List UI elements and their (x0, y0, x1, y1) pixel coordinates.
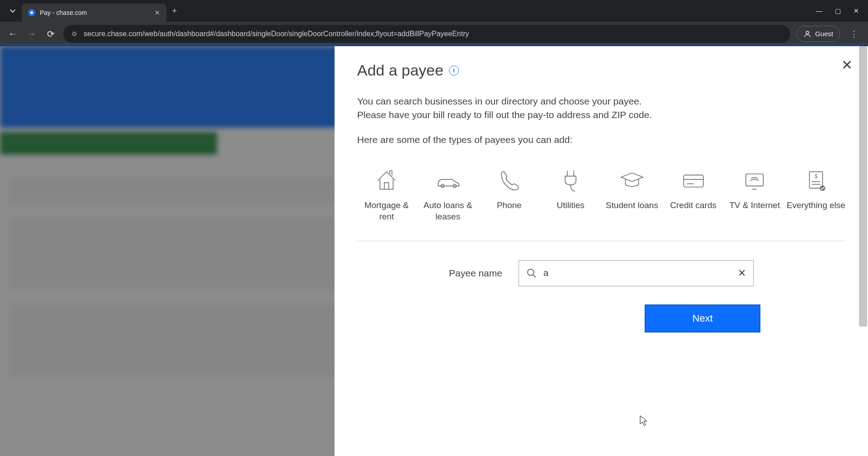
tab-search-button[interactable] (4, 4, 22, 18)
flyout-scrollbar[interactable] (859, 46, 867, 456)
payee-type-label: Credit cards (670, 200, 716, 211)
payee-type-auto[interactable]: Auto loans & leases (419, 167, 477, 222)
close-flyout-button[interactable]: ✕ (841, 57, 853, 73)
window-controls: — ▢ ✕ (816, 7, 864, 14)
minimize-button[interactable]: — (816, 7, 822, 14)
payee-types-row: Mortgage & rent Auto loans & leases Phon… (357, 167, 845, 241)
forward-button[interactable]: → (25, 28, 38, 39)
payee-type-other[interactable]: $ Everything else (787, 167, 845, 222)
payee-search-box: ✕ (519, 260, 754, 286)
svg-text:$: $ (815, 173, 818, 180)
payee-type-tv[interactable]: TV & Internet (725, 167, 784, 222)
svg-point-0 (806, 31, 809, 34)
payee-type-utilities[interactable]: Utilities (541, 167, 600, 222)
svg-line-14 (533, 275, 536, 277)
search-icon (526, 268, 537, 279)
browser-menu-button[interactable]: ⋮ (846, 29, 862, 39)
payee-type-mortgage[interactable]: Mortgage & rent (357, 167, 416, 222)
gradcap-icon (619, 167, 645, 194)
profile-button[interactable]: Guest (797, 26, 840, 42)
browser-titlebar: Pay - chase.com ✕ + — ▢ ✕ (0, 0, 868, 22)
close-window-button[interactable]: ✕ (854, 7, 859, 14)
payee-type-label: Phone (497, 200, 522, 211)
payee-type-label: Mortgage & rent (357, 200, 416, 222)
svg-point-13 (528, 269, 534, 276)
info-icon[interactable]: i (449, 66, 459, 76)
page-content: ✕ Add a payee i You can search businesse… (0, 46, 868, 456)
tab-close-icon[interactable]: ✕ (155, 9, 160, 16)
payee-type-label: Auto loans & leases (419, 200, 477, 222)
car-icon (435, 167, 461, 194)
phone-icon (496, 167, 522, 194)
site-info-icon[interactable]: ⚙ (71, 30, 77, 38)
flyout-title: Add a payee (357, 62, 443, 79)
payee-type-label: Utilities (557, 200, 584, 211)
flyout-title-row: Add a payee i (357, 62, 845, 79)
url-text: secure.chase.com/web/auth/dashboard#/das… (84, 30, 469, 38)
maximize-button[interactable]: ▢ (835, 7, 841, 14)
browser-toolbar: ← → ⟳ ⚙ secure.chase.com/web/auth/dashbo… (0, 22, 868, 46)
payee-type-phone[interactable]: Phone (480, 167, 538, 222)
payee-type-credit[interactable]: Credit cards (664, 167, 723, 222)
payee-type-label: TV & Internet (729, 200, 780, 211)
profile-label: Guest (815, 30, 833, 38)
flyout-description: You can search businesses in our directo… (357, 95, 845, 122)
payee-search-row: Payee name ✕ (357, 260, 845, 286)
house-icon (373, 167, 400, 194)
payee-type-student[interactable]: Student loans (603, 167, 661, 222)
browser-tab[interactable]: Pay - chase.com ✕ (22, 4, 166, 22)
add-payee-flyout: ✕ Add a payee i You can search businesse… (335, 46, 868, 456)
tv-icon (741, 167, 768, 194)
address-bar[interactable]: ⚙ secure.chase.com/web/auth/dashboard#/d… (63, 25, 790, 43)
plug-icon (557, 167, 584, 194)
reload-button[interactable]: ⟳ (44, 28, 57, 39)
payee-name-label: Payee name (449, 268, 502, 279)
tab-title: Pay - chase.com (40, 9, 150, 16)
card-icon (680, 167, 707, 194)
new-tab-button[interactable]: + (166, 6, 183, 16)
back-button[interactable]: ← (6, 28, 19, 39)
svg-rect-3 (684, 175, 703, 187)
favicon-icon (28, 9, 35, 16)
invoice-icon: $ (803, 167, 829, 194)
payee-name-input[interactable] (543, 268, 731, 278)
action-row: Next (357, 304, 845, 332)
clear-input-button[interactable]: ✕ (738, 267, 746, 279)
next-button[interactable]: Next (645, 304, 760, 332)
flyout-subheading: Here are some of the types of payees you… (357, 133, 845, 147)
payee-type-label: Student loans (606, 200, 658, 211)
svg-rect-6 (746, 174, 764, 186)
payee-type-label: Everything else (787, 200, 845, 211)
